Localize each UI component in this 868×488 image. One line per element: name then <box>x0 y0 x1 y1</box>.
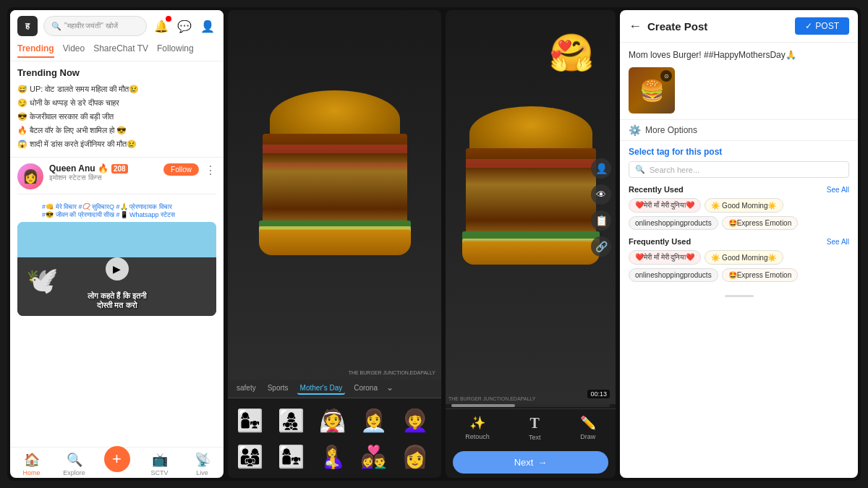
trending-title: Trending Now <box>17 67 216 78</box>
tag-chip[interactable]: ☀️ Good Morning☀️ <box>705 250 783 265</box>
post-thumb-icon: ⊙ <box>660 70 672 82</box>
text-icon: T <box>530 415 540 432</box>
chevron-down-icon[interactable]: ⌄ <box>386 382 393 395</box>
sticker-item[interactable]: 👩‍👧‍👦 <box>275 404 307 436</box>
sticker-item[interactable]: 👩‍👧 <box>275 440 307 472</box>
tab-sports[interactable]: Sports <box>265 382 292 395</box>
notifications-icon[interactable]: 🔔 <box>153 17 170 35</box>
link-tool[interactable]: 🔗 <box>591 236 611 257</box>
more-options-icon[interactable]: ⋮ <box>205 163 216 177</box>
video-scrubber[interactable] <box>451 404 610 407</box>
create-post-title: Create Post <box>647 20 789 33</box>
recently-see-all[interactable]: See All <box>827 186 849 194</box>
frequently-see-all[interactable]: See All <box>827 238 849 246</box>
more-options-row[interactable]: ⚙️ More Options <box>620 119 858 140</box>
trending-item[interactable]: 😎 केजरीवाल सरकार की बड़ी जीत <box>17 110 216 124</box>
next-button[interactable]: Next → <box>453 451 608 474</box>
sticker-item[interactable]: 🤱 <box>316 440 348 472</box>
trending-item[interactable]: 🔥 बैटल वॉर के लिए अभी शामिल हो 😎 <box>17 124 216 137</box>
tag-chip[interactable]: 🤩Express Emotion <box>722 216 799 230</box>
nav-live[interactable]: 📡 Live <box>181 452 224 476</box>
nav-create[interactable]: + <box>95 452 138 476</box>
editor-image-area: 🤗 ❤️ ❤️ 👤 👁 📋 🔗 THE BURGER JUNCTION,EDAP… <box>446 10 616 404</box>
scroll-indicator <box>725 295 754 297</box>
nav-trending[interactable]: Trending <box>17 43 54 58</box>
video-overlay-text: लोग कहते हैं कि इतनी दोस्ती मत करो <box>27 291 207 310</box>
trending-item[interactable]: 😱 शादी में डांस करते इंजीनियर की मौत😢 <box>17 137 216 151</box>
editor-watermark: THE BURGER JUNCTION,EDAPALLY <box>448 396 535 401</box>
recently-used-section: Recently Used See All ❤️मेरी माँ मेरी दु… <box>629 185 849 230</box>
sticker-item[interactable]: 👩 <box>399 440 430 472</box>
draw-tool[interactable]: ✏️ Draw <box>580 415 596 441</box>
video-thumbnail[interactable]: 🕊️ ▶ लोग कहते हैं कि इतनी दोस्ती मत करो <box>17 222 216 316</box>
home-icon: 🏠 <box>24 452 40 468</box>
tag-chip[interactable]: ❤️मेरी माँ मेरी दुनिया❤️ <box>629 198 701 213</box>
text-label: Text <box>529 434 541 441</box>
tag-chip[interactable]: 🤩Express Emotion <box>722 268 799 282</box>
retouch-icon: ✨ <box>469 415 485 431</box>
checkmark-icon: ✓ <box>805 21 812 31</box>
post-thumbnail[interactable]: 🍔 ⊙ <box>629 67 675 114</box>
screenshot-container: ह 🔍 "महावीर जयंती" खोजें 🔔 💬 👤 Trending … <box>7 7 861 481</box>
sticker-item[interactable]: 👩‍👧 <box>234 404 265 436</box>
feed-header: ह 🔍 "महावीर जयंती" खोजें 🔔 💬 👤 Trending … <box>10 10 224 61</box>
text-tool[interactable]: T Text <box>529 415 541 441</box>
live-icon: 📡 <box>195 452 210 468</box>
post-media-row: 🍔 ⊙ <box>620 67 858 119</box>
nav-sharechat-tv[interactable]: ShareChat TV <box>93 43 148 58</box>
recently-used-header: Recently Used See All <box>629 185 849 194</box>
add-button[interactable]: + <box>104 446 130 472</box>
sticker-item[interactable]: 👩‍💼 <box>357 404 389 436</box>
nav-explore[interactable]: 🔍 Explore <box>53 452 95 476</box>
heart-emoji-2: ❤️ <box>550 50 561 60</box>
eye-tool[interactable]: 👁 <box>591 184 611 205</box>
nav-sctv[interactable]: 📺 SCTV <box>138 452 181 476</box>
play-button[interactable]: ▶ <box>106 257 129 281</box>
copy-tool[interactable]: 📋 <box>591 210 611 231</box>
search-placeholder: "महावीर जयंती" खोजें <box>64 22 118 30</box>
side-tools: 👤 👁 📋 🔗 <box>591 158 611 257</box>
nav-video[interactable]: Video <box>63 43 85 58</box>
post-caption[interactable]: Mom loves Burger! ##HappyMothersDay🙏 <box>620 43 858 67</box>
post-button[interactable]: ✓ POST <box>795 17 849 35</box>
draw-icon: ✏️ <box>580 415 596 431</box>
tag-chip[interactable]: ❤️मेरी माँ मेरी दुनिया❤️ <box>629 250 701 265</box>
tag-chip[interactable]: ☀️ Good Morning☀️ <box>705 198 783 213</box>
trending-item[interactable]: 😏 धोनी के थप्पड़ से डरे दीपक चाहर <box>17 96 216 110</box>
search-icon: 🔍 <box>51 22 61 31</box>
creator-avatar: 👩 <box>17 163 43 189</box>
tab-corona[interactable]: Corona <box>351 382 380 395</box>
feed-nav: Trending Video ShareChat TV Following <box>17 40 216 58</box>
nav-home[interactable]: 🏠 Home <box>10 452 53 476</box>
creator-info: Queen Anu 🔥 208 इमोशन स्टेटस किंग्स <box>49 163 158 182</box>
follow-button[interactable]: Follow <box>163 163 199 176</box>
recently-used-chips: ❤️मेरी माँ मेरी दुनिया❤️ ☀️ Good Morning… <box>629 198 849 230</box>
recently-used-title: Recently Used <box>629 185 684 194</box>
sticker-item[interactable]: 👩‍❤️‍👨 <box>357 440 389 472</box>
creator-hashtags: #👊 मेरे विचार #📿 सुविचारQ #🙏 प्रेरणादायक… <box>42 203 224 219</box>
trending-item[interactable]: 😅 UP: वोट डालते समय महिला की मौत😢 <box>17 82 216 96</box>
tab-mothers-day[interactable]: Mother's Day <box>297 382 346 395</box>
person-tool[interactable]: 👤 <box>591 158 611 179</box>
profile-icon[interactable]: 👤 <box>199 17 216 35</box>
nav-following[interactable]: Following <box>157 43 194 58</box>
sticker-item[interactable]: 👰 <box>316 404 348 436</box>
retouch-label: Retouch <box>465 433 490 440</box>
messages-icon[interactable]: 💬 <box>176 17 193 35</box>
tag-chip[interactable]: onlineshopping​products <box>629 268 718 282</box>
sticker-item[interactable]: 👨‍👩‍👧 <box>234 440 265 472</box>
post-header: ← Create Post ✓ POST <box>620 10 858 43</box>
tag-chip[interactable]: onlineshopping​products <box>629 216 718 230</box>
retouch-tool[interactable]: ✨ Retouch <box>465 415 490 441</box>
tab-safety[interactable]: safety <box>234 382 259 395</box>
sticker-item[interactable]: 👩‍🦱 <box>399 404 430 436</box>
gear-icon: ⚙️ <box>629 124 641 136</box>
explore-icon: 🔍 <box>67 452 82 468</box>
frequently-used-chips: ❤️मेरी माँ मेरी दुनिया❤️ ☀️ Good Morning… <box>629 250 849 282</box>
tag-search-placeholder: Search here... <box>650 166 699 174</box>
header-icons: 🔔 💬 👤 <box>153 17 216 35</box>
back-button[interactable]: ← <box>629 19 642 34</box>
tag-search-bar[interactable]: 🔍 Search here... <box>629 161 849 178</box>
search-input[interactable]: 🔍 "महावीर जयंती" खोजें <box>43 16 147 36</box>
creator-subtitle: इमोशन स्टेटस किंग्स <box>49 174 158 182</box>
